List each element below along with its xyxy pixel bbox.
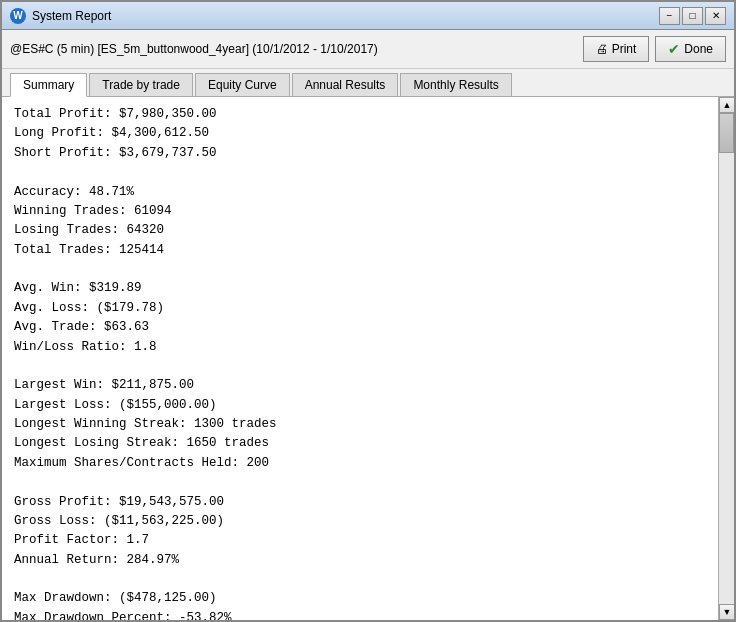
scrollbar[interactable]: ▲ ▼	[718, 97, 734, 620]
tab-monthly-results[interactable]: Monthly Results	[400, 73, 511, 96]
system-report-window: W System Report − □ ✕ @ES#C (5 min) [ES_…	[0, 0, 736, 622]
print-button[interactable]: 🖨 Print	[583, 36, 650, 62]
scroll-track[interactable]	[719, 113, 734, 604]
tab-trade-by-trade[interactable]: Trade by trade	[89, 73, 193, 96]
tab-equity-curve[interactable]: Equity Curve	[195, 73, 290, 96]
tab-annual-results[interactable]: Annual Results	[292, 73, 399, 96]
title-bar-buttons: − □ ✕	[659, 7, 726, 25]
tabs-bar: Summary Trade by trade Equity Curve Annu…	[2, 69, 734, 97]
print-icon: 🖨	[596, 42, 608, 56]
title-bar: W System Report − □ ✕	[2, 2, 734, 30]
tab-summary[interactable]: Summary	[10, 73, 87, 97]
check-icon: ✔	[668, 41, 680, 57]
done-button[interactable]: ✔ Done	[655, 36, 726, 62]
window-title: System Report	[32, 9, 659, 23]
scroll-up-button[interactable]: ▲	[719, 97, 734, 113]
toolbar-actions: 🖨 Print ✔ Done	[583, 36, 726, 62]
print-label: Print	[612, 42, 637, 56]
report-info: @ES#C (5 min) [ES_5m_buttonwood_4year] (…	[10, 42, 378, 56]
close-button[interactable]: ✕	[705, 7, 726, 25]
maximize-button[interactable]: □	[682, 7, 703, 25]
scroll-thumb[interactable]	[719, 113, 734, 153]
report-content[interactable]: Total Profit: $7,980,350.00 Long Profit:…	[2, 97, 718, 620]
done-label: Done	[684, 42, 713, 56]
app-icon: W	[10, 8, 26, 24]
content-area: Total Profit: $7,980,350.00 Long Profit:…	[2, 97, 734, 620]
scroll-down-button[interactable]: ▼	[719, 604, 734, 620]
toolbar: @ES#C (5 min) [ES_5m_buttonwood_4year] (…	[2, 30, 734, 69]
minimize-button[interactable]: −	[659, 7, 680, 25]
